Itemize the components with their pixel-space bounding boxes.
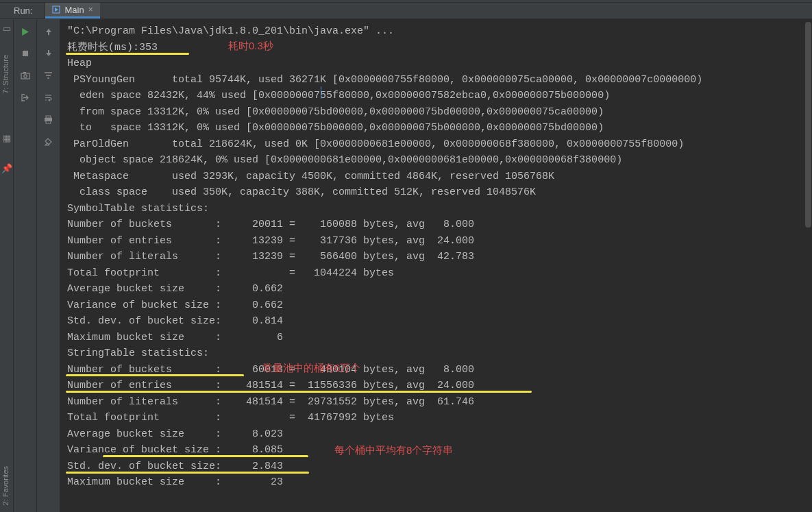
structure-tool-label[interactable]: 7: Structure	[1, 55, 10, 94]
console-text: "C:\Program Files\Java\jdk1.8.0_201\bin\…	[67, 23, 805, 491]
highlight-underline	[66, 53, 189, 55]
wrap-icon[interactable]	[40, 89, 57, 106]
svg-rect-4	[23, 72, 26, 73]
layout-icon[interactable]: ▦	[2, 133, 12, 143]
text-caret	[321, 86, 321, 99]
up-icon[interactable]	[40, 23, 57, 40]
tab-title: Main	[64, 5, 84, 15]
favorites-tool-label[interactable]: 2: Favorites	[1, 466, 10, 505]
svg-rect-2	[21, 73, 29, 79]
close-icon[interactable]: ×	[88, 5, 93, 14]
rerun-button[interactable]	[17, 23, 34, 40]
body: ▭ 7: Structure ▦ 📌 2: Favorites	[0, 19, 812, 512]
svg-rect-1	[23, 51, 28, 56]
highlight-underline	[66, 391, 532, 393]
filter-icon[interactable]	[40, 67, 57, 84]
run-label: Run:	[0, 5, 38, 16]
tab-main[interactable]: Main ×	[45, 3, 99, 19]
console-output[interactable]: "C:\Program Files\Java\jdk1.8.0_201\bin\…	[60, 19, 812, 512]
highlight-underline	[66, 374, 244, 376]
highlight-underline	[103, 455, 308, 457]
stop-button[interactable]	[17, 45, 34, 62]
pin-icon[interactable]: 📌	[2, 163, 12, 173]
annotation-buckets: 常量池中的桶有6万个	[262, 362, 360, 375]
run-tool-bar: Run: Main ×	[0, 3, 812, 19]
exit-icon[interactable]	[17, 89, 34, 106]
minimize-icon[interactable]: ▭	[2, 23, 12, 33]
clear-icon[interactable]	[40, 133, 57, 149]
scrollbar[interactable]	[804, 19, 812, 512]
run-tabs: Main ×	[45, 3, 99, 19]
camera-icon[interactable]	[17, 67, 34, 84]
svg-rect-5	[46, 116, 51, 118]
run-actions-col	[14, 19, 37, 512]
run-config-icon	[52, 5, 60, 14]
scrollbar-thumb[interactable]	[805, 22, 811, 228]
left-gutter: ▭ 7: Structure ▦ 📌 2: Favorites	[0, 19, 14, 512]
annotation-time: 耗时0.3秒	[228, 40, 273, 53]
annotation-avg: 每个桶中平均有8个字符串	[334, 444, 453, 457]
svg-point-3	[23, 75, 26, 77]
down-icon[interactable]	[40, 45, 57, 62]
print-icon[interactable]	[40, 111, 57, 127]
highlight-underline	[66, 472, 309, 474]
console-actions-col	[37, 19, 60, 512]
